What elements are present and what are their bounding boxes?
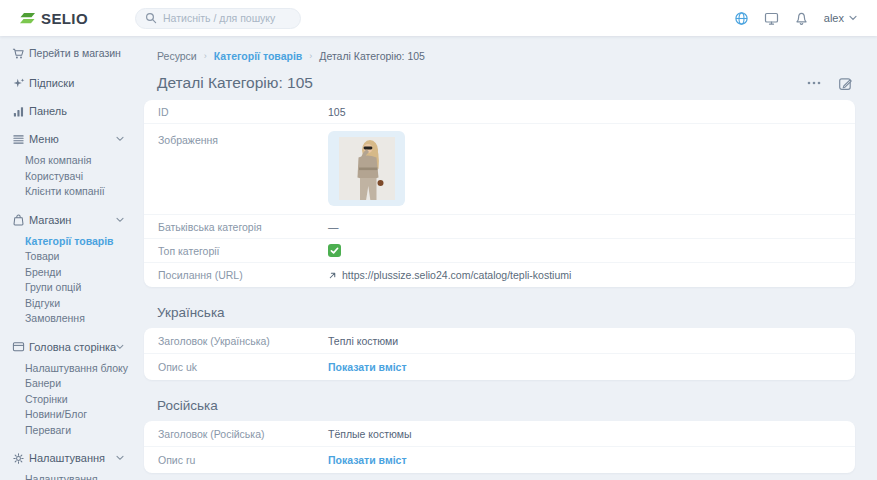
chevron-down-icon [116, 217, 124, 223]
go-to-store-link[interactable]: Перейти в магазин [11, 44, 136, 62]
app-header: SELIO alex [0, 0, 877, 36]
sidebar-item-store[interactable]: Магазин [0, 206, 136, 234]
sidebar-subitem-banners[interactable]: Банери [0, 376, 136, 392]
sidebar-submenu-settings: Налаштування [0, 472, 136, 480]
breadcrumb-separator: › [309, 51, 312, 61]
sidebar-subitem-products[interactable]: Товари [0, 249, 136, 265]
section-title-ukrainian: Українська [157, 305, 855, 320]
detail-row-top-category: Топ категорії [144, 239, 855, 263]
sidebar-item-settings[interactable]: Налаштування [0, 444, 136, 472]
breadcrumb-resources[interactable]: Ресурси [157, 50, 197, 62]
sidebar-subitem-block-settings[interactable]: Налаштування блоку [0, 361, 136, 377]
sidebar-item-label: Магазин [29, 214, 71, 226]
ukrainian-card: Заголовок (Українська) Теплі костюми Опи… [144, 328, 855, 380]
breadcrumb-product-categories[interactable]: Категорії товарів [214, 50, 303, 62]
show-content-link[interactable]: Показати вміст [328, 454, 407, 466]
detail-row-image: Зображення [144, 124, 855, 215]
row-label: Заголовок (Російська) [158, 428, 328, 440]
row-value: — [328, 221, 339, 233]
notifications-button[interactable] [794, 11, 809, 26]
sidebar-item-dashboard[interactable]: Панель [0, 97, 136, 125]
row-label: Зображення [158, 134, 328, 146]
menu-icon [11, 133, 25, 146]
russian-card: Заголовок (Російська) Тёплые костюмы Опи… [144, 421, 855, 473]
monitor-icon [764, 11, 779, 26]
header-actions: alex [734, 11, 857, 26]
row-label: Опис ru [158, 454, 328, 466]
bar-chart-icon [11, 105, 25, 118]
category-image-thumbnail[interactable] [328, 131, 405, 206]
row-label: Опис uk [158, 361, 328, 373]
sidebar-subitem-orders[interactable]: Замовлення [0, 311, 136, 327]
detail-row-id: ID 105 [144, 100, 855, 124]
check-icon [329, 245, 340, 256]
search-input[interactable] [163, 12, 291, 24]
row-value: 105 [328, 106, 346, 118]
sidebar-submenu-menu: Моя компанія Користувачі Клієнти компані… [0, 153, 136, 200]
url-text: https://plussize.selio24.com/catalog/tep… [342, 269, 571, 281]
row-label: Топ категорії [158, 245, 328, 257]
language-button[interactable] [734, 11, 749, 26]
sidebar-subitem-my-company[interactable]: Моя компанія [0, 153, 136, 169]
sidebar-subitem-product-categories[interactable]: Категорії товарів [0, 234, 136, 250]
detail-row-description-uk: Опис uk Показати вміст [144, 354, 855, 380]
row-value: Теплі костюми [328, 335, 398, 347]
sidebar-item-menu[interactable]: Меню [0, 125, 136, 153]
row-value: Тёплые костюмы [328, 428, 412, 440]
sidebar-item-label: Налаштування [29, 452, 105, 464]
logo[interactable]: SELIO [20, 10, 88, 27]
sidebar-item-homepage[interactable]: Головна сторінка [0, 333, 136, 361]
search-icon [145, 12, 157, 24]
chevron-down-icon [116, 344, 124, 350]
external-link-icon [328, 271, 337, 280]
sidebar-subitem-pages[interactable]: Сторінки [0, 392, 136, 408]
more-options-button[interactable] [807, 81, 821, 85]
cart-icon [11, 47, 25, 60]
edit-button[interactable] [838, 76, 853, 91]
chevron-down-icon [849, 15, 857, 21]
detail-row-parent-category: Батьківська категорія — [144, 215, 855, 239]
sidebar-item-label: Підписки [29, 77, 74, 89]
detail-row-title-ru: Заголовок (Російська) Тёплые костюмы [144, 421, 855, 447]
row-label: Посилання (URL) [158, 269, 328, 281]
category-photo [339, 137, 395, 200]
more-options-icon [807, 81, 821, 85]
bag-icon [11, 213, 25, 226]
selio-logo-icon [20, 12, 35, 25]
sidebar-subitem-advantages[interactable]: Переваги [0, 423, 136, 439]
sidebar-subitem-settings[interactable]: Налаштування [0, 472, 136, 480]
sidebar: Перейти в магазин Підписки Панель [0, 36, 136, 480]
sidebar-subitem-brands[interactable]: Бренди [0, 265, 136, 281]
edit-icon [838, 76, 853, 91]
logo-text: SELIO [41, 10, 88, 27]
sidebar-subitem-company-clients[interactable]: Клієнти компанії [0, 184, 136, 200]
bell-icon [794, 11, 809, 26]
sparkles-icon [11, 77, 25, 90]
sidebar-item-subscriptions[interactable]: Підписки [0, 69, 136, 97]
main-content: Ресурси › Категорії товарів › Деталі Кат… [136, 36, 877, 480]
show-content-link[interactable]: Показати вміст [328, 361, 407, 373]
detail-row-description-ru: Опис ru Показати вміст [144, 447, 855, 473]
sidebar-submenu-homepage: Налаштування блоку Банери Сторінки Новин… [0, 361, 136, 439]
global-search[interactable] [135, 8, 301, 29]
sidebar-subitem-users[interactable]: Користувачі [0, 169, 136, 185]
category-url-link[interactable]: https://plussize.selio24.com/catalog/tep… [328, 269, 571, 281]
sidebar-item-label: Головна сторінка [29, 341, 116, 353]
sidebar-subitem-reviews[interactable]: Відгуки [0, 296, 136, 312]
sidebar-subitem-option-groups[interactable]: Групи опцій [0, 280, 136, 296]
breadcrumb-separator: › [204, 51, 207, 61]
section-title-russian: Російська [157, 398, 855, 413]
detail-row-url: Посилання (URL) https://plussize.selio24… [144, 263, 855, 287]
gear-icon [11, 452, 25, 465]
sidebar-submenu-store: Категорії товарів Товари Бренди Групи оп… [0, 234, 136, 327]
row-label: Заголовок (Українська) [158, 335, 328, 347]
user-menu[interactable]: alex [824, 12, 857, 24]
chevron-down-icon [116, 455, 124, 461]
top-category-checkbox [328, 244, 341, 257]
display-button[interactable] [764, 11, 779, 26]
browser-icon [11, 340, 25, 353]
sidebar-subitem-news-blog[interactable]: Новини/Блог [0, 407, 136, 423]
breadcrumb: Ресурси › Категорії товарів › Деталі Кат… [157, 50, 855, 62]
page-title: Деталі Категорію: 105 [157, 74, 313, 92]
chevron-down-icon [116, 136, 124, 142]
